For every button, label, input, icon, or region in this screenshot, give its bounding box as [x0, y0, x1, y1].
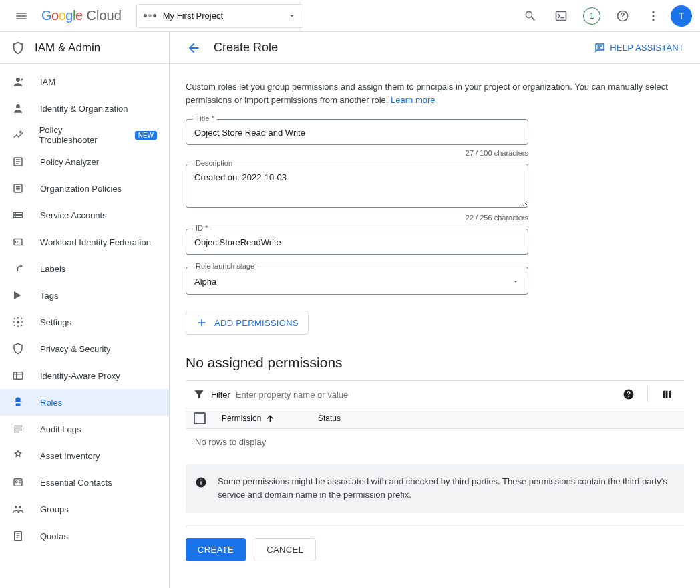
terminal-icon — [554, 9, 568, 23]
help-button[interactable] — [609, 3, 636, 29]
columns-icon — [661, 388, 673, 400]
nav-icon — [12, 370, 25, 382]
nav-label: Asset Inventory — [40, 451, 100, 461]
nav-label: Identity & Organization — [40, 104, 128, 114]
account-avatar[interactable]: T — [671, 5, 692, 27]
project-selector[interactable]: My First Project — [136, 4, 303, 28]
nav-icon — [12, 450, 25, 462]
filter-bar: Filter — [186, 380, 684, 408]
nav-icon — [12, 76, 25, 88]
nav-label: Labels — [40, 264, 65, 274]
nav-icon — [12, 236, 25, 248]
col-status[interactable]: Status — [318, 414, 341, 423]
sidebar-item-identity-organization[interactable]: Identity & Organization — [0, 95, 169, 122]
svg-point-19 — [19, 506, 22, 509]
id-label: ID * — [193, 224, 210, 232]
nav-label: Identity-Aware Proxy — [40, 371, 120, 381]
create-button[interactable]: CREATE — [186, 538, 246, 561]
svg-point-13 — [15, 241, 17, 243]
sidebar-item-roles[interactable]: Roles — [0, 389, 169, 416]
dropdown-icon — [288, 12, 296, 20]
cloud-shell-button[interactable] — [548, 3, 574, 29]
sidebar-item-asset-inventory[interactable]: Asset Inventory — [0, 442, 169, 469]
description-input[interactable] — [186, 164, 528, 208]
help-assistant-button[interactable]: HELP ASSISTANT — [594, 42, 684, 54]
nav-label: Roles — [40, 398, 62, 408]
free-trial-button[interactable]: 1 — [578, 3, 605, 29]
nav-label: Essential Contacts — [40, 478, 112, 488]
nav-label: Privacy & Security — [40, 344, 110, 354]
title-input[interactable] — [186, 119, 528, 145]
column-options-button[interactable] — [656, 384, 677, 405]
title-charcount: 27 / 100 characters — [186, 149, 528, 157]
nav-label: Workload Identity Federation — [40, 237, 151, 247]
action-row: CREATE CANCEL — [186, 527, 684, 561]
main-content: Create Role HELP ASSISTANT Custom roles … — [170, 32, 700, 588]
nav-icon — [12, 343, 25, 355]
nav-icon — [12, 530, 25, 542]
svg-point-14 — [17, 321, 20, 324]
sidebar-item-privacy-security[interactable]: Privacy & Security — [0, 335, 169, 362]
plus-icon — [196, 317, 208, 329]
select-all-checkbox[interactable] — [194, 412, 206, 424]
sidebar-item-identity-aware-proxy[interactable]: Identity-Aware Proxy — [0, 362, 169, 389]
nav-icon — [12, 156, 25, 168]
sidebar-item-groups[interactable]: Groups — [0, 496, 169, 523]
nav-icon — [12, 263, 25, 275]
trial-badge: 1 — [583, 7, 600, 25]
nav-icon — [12, 423, 25, 435]
svg-rect-0 — [556, 11, 566, 20]
sidebar-item-settings[interactable]: Settings — [0, 309, 169, 335]
cancel-button[interactable]: CANCEL — [254, 538, 316, 561]
dropdown-icon — [512, 277, 520, 285]
more-vert-icon — [647, 9, 660, 23]
sidebar-item-organization-policies[interactable]: Organization Policies — [0, 175, 169, 202]
sidebar-item-policy-analyzer[interactable]: Policy Analyzer — [0, 148, 169, 175]
sidebar-item-tags[interactable]: Tags — [0, 282, 169, 309]
col-permission[interactable]: Permission — [222, 414, 261, 423]
nav-label: Service Accounts — [40, 210, 107, 220]
title-label: Title * — [193, 114, 217, 122]
filter-help-button[interactable] — [618, 384, 639, 405]
svg-point-17 — [15, 481, 17, 483]
nav-icon — [12, 289, 25, 301]
description-charcount: 22 / 256 characters — [186, 214, 528, 222]
intro-text: Custom roles let you group permissions a… — [186, 80, 684, 107]
sidebar-item-iam[interactable]: IAM — [0, 68, 169, 95]
stage-label: Role launch stage — [193, 262, 257, 270]
nav-label: Settings — [40, 317, 71, 327]
svg-rect-23 — [666, 391, 668, 398]
learn-more-link[interactable]: Learn more — [391, 95, 435, 105]
sidebar-title: IAM & Admin — [35, 41, 100, 55]
help-icon — [616, 9, 629, 23]
nav-icon — [12, 316, 25, 328]
new-badge: NEW — [135, 131, 157, 140]
add-permissions-button[interactable]: ADD PERMISSIONS — [186, 311, 309, 335]
sidebar-item-labels[interactable]: Labels — [0, 255, 169, 282]
stage-field: Role launch stage Alpha — [186, 267, 684, 295]
menu-icon — [15, 9, 28, 23]
logo-cloud-text: Cloud — [87, 8, 122, 23]
filter-input[interactable] — [236, 390, 436, 400]
google-cloud-logo[interactable]: Google Cloud — [41, 8, 122, 23]
nav-label: Tags — [40, 291, 58, 301]
no-rows-message: No rows to display — [186, 429, 684, 455]
sidebar-item-quotas[interactable]: Quotas — [0, 523, 169, 549]
sidebar-item-workload-identity-federation[interactable]: Workload Identity Federation — [0, 229, 169, 255]
id-input[interactable] — [186, 229, 528, 255]
svg-point-18 — [15, 506, 18, 509]
stage-select[interactable]: Alpha — [186, 267, 528, 295]
nav-label: Organization Policies — [40, 184, 122, 194]
title-field: Title * — [186, 119, 684, 145]
svg-rect-9 — [13, 216, 23, 218]
nav-label: IAM — [40, 77, 55, 87]
sidebar-item-service-accounts[interactable]: Service Accounts — [0, 202, 169, 229]
sidebar-item-audit-logs[interactable]: Audit Logs — [0, 416, 169, 442]
search-button[interactable] — [517, 3, 544, 29]
search-icon — [524, 9, 537, 23]
sidebar-item-essential-contacts[interactable]: Essential Contacts — [0, 469, 169, 496]
back-button[interactable] — [186, 40, 202, 56]
more-button[interactable] — [640, 3, 667, 29]
hamburger-menu-button[interactable] — [8, 3, 35, 29]
sidebar-item-policy-troubleshooter[interactable]: Policy TroubleshooterNEW — [0, 122, 169, 148]
